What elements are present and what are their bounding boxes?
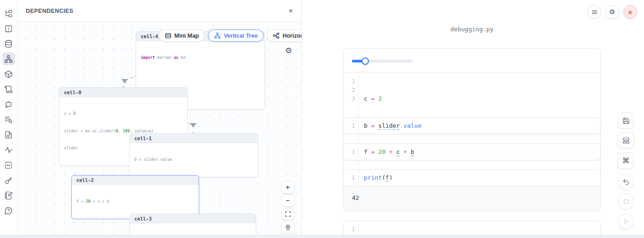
save-icon	[622, 117, 630, 125]
zoom-in-button[interactable]: +	[281, 181, 294, 193]
notebook-filename[interactable]: debugging.py	[343, 26, 601, 33]
stop-icon	[622, 198, 630, 205]
fit-view-button[interactable]	[281, 208, 294, 220]
menu-icon	[591, 9, 598, 16]
maximize-icon	[285, 211, 291, 217]
node-title: cell-2	[72, 176, 199, 185]
node-title: cell-0	[59, 88, 187, 97]
notebook-cell: 1 print(f) 42	[343, 169, 601, 211]
code-editor[interactable]: 1 b = slider.value	[344, 118, 600, 134]
graph-settings-gear-icon[interactable]: ⚙	[285, 46, 292, 56]
database-icon[interactable]	[2, 37, 15, 50]
vertical-tree-button[interactable]: Vertical Tree	[208, 29, 264, 42]
node-code: b = slider.value	[130, 143, 258, 177]
node-title: cell-3	[130, 214, 256, 223]
cell-output: 42	[344, 186, 600, 210]
slider-widget[interactable]	[352, 57, 413, 65]
undo-button[interactable]	[618, 174, 634, 190]
command-palette-button[interactable]: ⌘	[618, 153, 634, 169]
close-panel-icon[interactable]: ×	[288, 7, 293, 15]
help-icon[interactable]	[2, 204, 15, 217]
undo-icon	[622, 178, 630, 186]
outline-search-icon[interactable]	[2, 113, 15, 126]
layout-panel-icon	[622, 137, 630, 144]
graph-zoom-controls: + −	[281, 181, 294, 233]
dependency-graph-icon[interactable]	[2, 52, 15, 65]
slider-thumb[interactable]	[362, 57, 369, 65]
file-tree-icon[interactable]	[2, 7, 15, 20]
settings-button[interactable]: ⚙	[605, 5, 619, 19]
code-editor[interactable]: 1 print(f)	[344, 170, 600, 186]
rows-icon	[165, 32, 172, 39]
layout-button[interactable]	[618, 132, 634, 148]
vertical-tree-icon	[214, 32, 221, 39]
graph-node-cell-2[interactable]: cell-2 f = 20 + c + b	[71, 175, 199, 219]
package-icon[interactable]	[2, 68, 15, 80]
dependency-graph-canvas[interactable]: cell-4 import marimo as mo a = 20 cell-0…	[17, 22, 301, 238]
notebook-side-actions: ⌘	[618, 113, 634, 229]
map-pin-icon	[285, 224, 291, 231]
secrets-icon[interactable]	[2, 174, 15, 187]
scratchpad-icon[interactable]	[2, 189, 15, 202]
graph-node-cell-1[interactable]: cell-1 b = slider.value	[129, 133, 258, 177]
run-button[interactable]	[618, 213, 634, 229]
function-icon[interactable]: f	[2, 22, 15, 35]
notebook-cell: 1 f = 20 + c + b	[343, 143, 601, 160]
horizontal-tree-button[interactable]: Horizontal Tree	[267, 29, 301, 42]
code-lines: b = slider.value	[359, 118, 421, 134]
snippets-icon[interactable]	[2, 159, 15, 171]
code-lines: f = 20 + c + b	[359, 144, 414, 160]
tracing-icon[interactable]	[2, 143, 15, 156]
save-button[interactable]	[618, 113, 634, 129]
panel-header: DEPENDENCIES ×	[17, 0, 301, 22]
menu-button[interactable]	[587, 5, 601, 19]
line-numbers: 1	[344, 170, 359, 186]
line-numbers: 1	[344, 118, 359, 134]
zoom-out-button[interactable]: −	[281, 194, 294, 207]
panel-title: DEPENDENCIES	[26, 8, 73, 14]
code-lines: print(f)	[359, 170, 393, 186]
locate-node-button[interactable]	[281, 221, 294, 233]
horizontal-tree-icon	[273, 32, 280, 39]
line-numbers: 1	[344, 144, 359, 160]
shutdown-button[interactable]: ×	[623, 5, 637, 19]
dependencies-panel: DEPENDENCIES × ce	[17, 0, 302, 238]
notebook-top-actions: ⚙ ×	[587, 5, 637, 19]
document-icon[interactable]	[2, 128, 15, 141]
activity-sidebar: f	[0, 0, 17, 238]
graph-view-toolbar: Mini Map Vertical Tree Horizontal Tree	[159, 29, 301, 42]
stop-button[interactable]	[618, 193, 634, 210]
notebook-area: ⚙ × debugging.py 1 2 3 c = 2 slider = mo…	[302, 0, 644, 238]
notebook-cell: 1 b = slider.value	[343, 117, 601, 134]
cell-output	[344, 49, 600, 73]
code-editor[interactable]: 1 f = 20 + c + b	[344, 144, 600, 160]
svg-text:f: f	[8, 26, 10, 31]
app-footer-strip	[0, 235, 644, 238]
node-title: cell-1	[130, 134, 258, 143]
ai-chat-icon[interactable]	[2, 98, 15, 111]
play-icon	[622, 218, 630, 225]
logs-icon[interactable]	[2, 83, 15, 96]
minimap-button[interactable]: Mini Map	[159, 29, 205, 42]
